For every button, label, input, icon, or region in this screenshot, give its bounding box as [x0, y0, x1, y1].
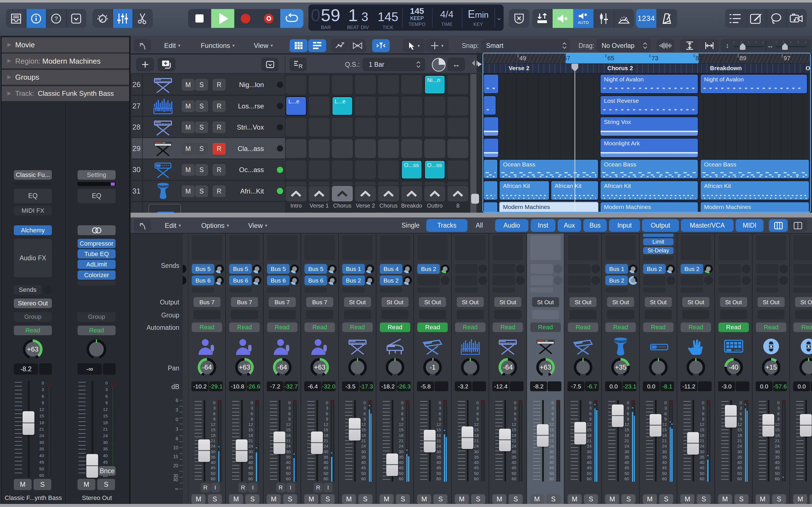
- svg-text:R: R: [299, 63, 303, 69]
- svg-text:?: ?: [54, 15, 58, 22]
